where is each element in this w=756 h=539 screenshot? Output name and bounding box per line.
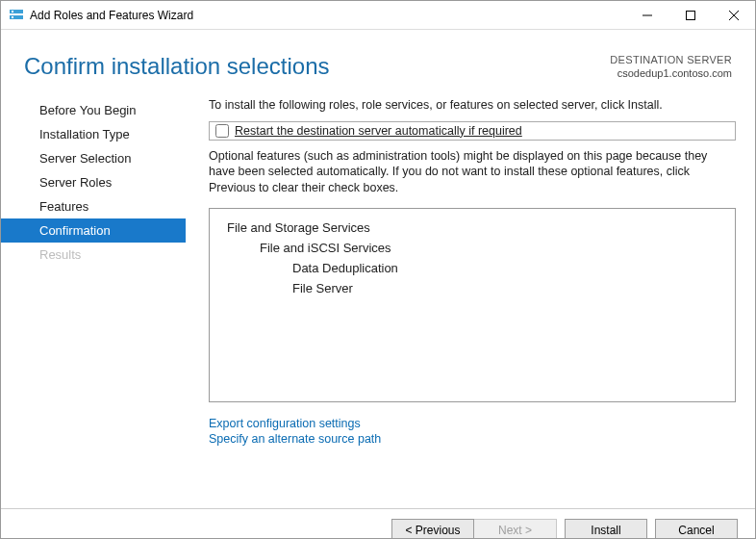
- optional-features-text: Optional features (such as administratio…: [209, 148, 736, 197]
- next-button: Next >: [474, 519, 557, 539]
- destination-server-value: csodedup1.contoso.com: [610, 66, 732, 80]
- nav-server-selection[interactable]: Server Selection: [1, 146, 186, 170]
- nav-button-group: < Previous Next >: [391, 519, 557, 539]
- close-button[interactable]: [712, 1, 755, 29]
- restart-label[interactable]: Restart the destination server automatic…: [235, 124, 522, 138]
- nav-features[interactable]: Features: [1, 194, 186, 218]
- restart-checkbox[interactable]: [215, 124, 229, 138]
- nav-before-you-begin[interactable]: Before You Begin: [1, 98, 186, 122]
- tree-item: File Server: [221, 279, 723, 299]
- intro-text: To install the following roles, role ser…: [209, 98, 736, 112]
- wizard-nav: Before You Begin Installation Type Serve…: [1, 94, 186, 508]
- selected-features-box: File and Storage Services File and iSCSI…: [209, 208, 736, 402]
- tree-item: File and iSCSI Services: [221, 239, 723, 259]
- cancel-button[interactable]: Cancel: [655, 519, 738, 539]
- export-config-link[interactable]: Export configuration settings: [209, 416, 736, 431]
- title-bar: Add Roles and Features Wizard: [1, 1, 755, 30]
- header: Confirm installation selections DESTINAT…: [1, 30, 755, 94]
- window-controls: [625, 1, 755, 29]
- nav-results: Results: [1, 243, 186, 267]
- minimize-button[interactable]: [625, 1, 668, 29]
- nav-installation-type[interactable]: Installation Type: [1, 122, 186, 146]
- tree-item: Data Deduplication: [221, 259, 723, 279]
- body: Before You Begin Installation Type Serve…: [1, 94, 755, 508]
- main-panel: To install the following roles, role ser…: [186, 94, 755, 508]
- tree-item: File and Storage Services: [221, 218, 723, 239]
- nav-server-roles[interactable]: Server Roles: [1, 170, 186, 194]
- svg-rect-5: [686, 11, 694, 19]
- footer-bar: < Previous Next > Install Cancel: [1, 508, 755, 539]
- page-heading: Confirm installation selections: [24, 53, 329, 80]
- destination-server-label: DESTINATION SERVER: [610, 53, 732, 66]
- svg-rect-3: [12, 16, 13, 18]
- alternate-source-link[interactable]: Specify an alternate source path: [209, 431, 736, 447]
- window-title: Add Roles and Features Wizard: [30, 9, 625, 22]
- links-area: Export configuration settings Specify an…: [209, 416, 736, 447]
- destination-server: DESTINATION SERVER csodedup1.contoso.com: [610, 53, 732, 81]
- svg-rect-2: [12, 11, 13, 13]
- previous-button[interactable]: < Previous: [391, 519, 474, 539]
- nav-confirmation[interactable]: Confirmation: [1, 218, 186, 243]
- install-button[interactable]: Install: [565, 519, 647, 539]
- restart-row: Restart the destination server automatic…: [209, 121, 736, 141]
- app-icon: [9, 8, 24, 23]
- maximize-button[interactable]: [668, 1, 712, 29]
